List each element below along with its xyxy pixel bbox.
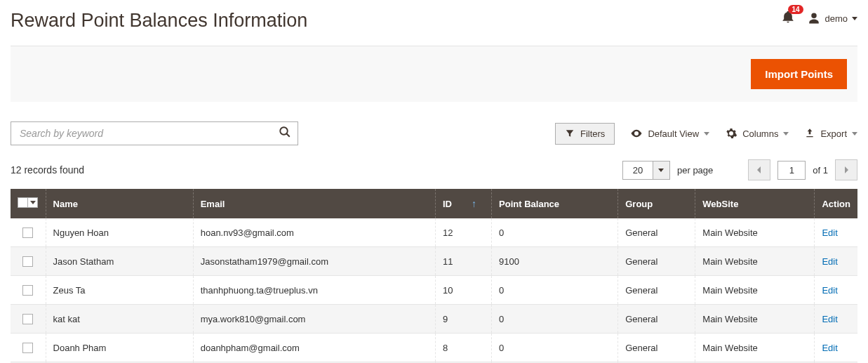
per-page-label: per page <box>677 165 713 176</box>
filters-button[interactable]: Filters <box>555 123 615 145</box>
page-size-input[interactable]: 20 <box>622 161 653 180</box>
search-input[interactable] <box>11 121 298 145</box>
column-header-website[interactable]: WebSite <box>695 189 815 218</box>
column-header-action[interactable]: Action <box>815 189 857 218</box>
gear-icon <box>725 127 737 140</box>
cell-name: Doanh Pham <box>46 334 193 362</box>
export-label: Export <box>820 128 847 139</box>
chevron-down-icon <box>30 201 36 204</box>
funnel-icon <box>565 128 575 138</box>
filters-label: Filters <box>580 128 605 139</box>
cell-website: Main Website <box>695 305 815 334</box>
user-menu[interactable]: demo <box>808 12 857 25</box>
column-header-checkbox[interactable] <box>11 189 46 218</box>
user-icon <box>808 12 820 25</box>
cell-name: Jason Statham <box>46 247 193 276</box>
edit-link[interactable]: Edit <box>822 256 837 267</box>
cell-email: mya.work810@gmail.com <box>193 305 435 334</box>
column-header-id[interactable]: ID↑ <box>436 189 492 218</box>
cell-email: Jasonstatham1979@gmail.com <box>193 247 435 276</box>
row-checkbox[interactable] <box>22 314 33 324</box>
cell-group: General <box>618 305 695 334</box>
notification-badge: 14 <box>788 5 803 14</box>
page-size-dropdown[interactable] <box>653 161 670 180</box>
table-row: Zeus Tathanhphuong.ta@trueplus.vn100Gene… <box>11 276 857 305</box>
cell-website: Main Website <box>695 247 815 276</box>
current-page-input[interactable]: 1 <box>777 161 806 180</box>
columns-label: Columns <box>742 128 778 139</box>
cell-website: Main Website <box>695 218 815 247</box>
edit-link[interactable]: Edit <box>822 343 837 353</box>
column-header-name[interactable]: Name <box>46 189 193 218</box>
records-found-text: 12 records found <box>11 164 84 176</box>
edit-link[interactable]: Edit <box>822 285 837 296</box>
cell-name: kat kat <box>46 305 193 334</box>
eye-icon <box>630 127 643 140</box>
row-checkbox[interactable] <box>22 343 33 353</box>
chevron-right-icon <box>843 166 850 174</box>
table-row: kat katmya.work810@gmail.com90GeneralMai… <box>11 305 857 334</box>
cell-id: 8 <box>436 334 492 362</box>
next-page-button[interactable] <box>835 159 857 180</box>
row-checkbox[interactable] <box>22 256 33 267</box>
cell-email: doanhpham@gmail.com <box>193 334 435 362</box>
cell-name: Nguyen Hoan <box>46 218 193 247</box>
cell-balance: 0 <box>492 218 618 247</box>
user-name: demo <box>824 13 848 24</box>
select-all-checkbox[interactable] <box>18 197 28 208</box>
cell-id: 9 <box>436 305 492 334</box>
default-view-label: Default View <box>648 128 699 139</box>
columns-dropdown[interactable]: Columns <box>725 127 789 140</box>
prev-page-button[interactable] <box>748 159 770 180</box>
notifications-button[interactable]: 14 <box>781 10 795 27</box>
total-pages-label: of 1 <box>813 165 828 176</box>
cell-balance: 0 <box>492 334 618 362</box>
chevron-down-icon <box>658 169 664 172</box>
search-icon[interactable] <box>279 126 291 141</box>
cell-id: 10 <box>436 276 492 305</box>
chevron-down-icon <box>783 132 789 136</box>
cell-email: hoan.nv93@gmail.com <box>193 218 435 247</box>
cell-name: Zeus Ta <box>46 276 193 305</box>
import-points-button[interactable]: Import Points <box>751 59 847 89</box>
select-all-dropdown[interactable] <box>28 197 38 208</box>
page-title: Reward Point Balances Information <box>11 10 307 32</box>
cell-group: General <box>618 218 695 247</box>
default-view-dropdown[interactable]: Default View <box>630 127 709 140</box>
data-grid: Name Email ID↑ Point Balance Group WebSi… <box>11 189 857 363</box>
column-header-email[interactable]: Email <box>193 189 435 218</box>
cell-email: thanhphuong.ta@trueplus.vn <box>193 276 435 305</box>
edit-link[interactable]: Edit <box>822 314 837 324</box>
export-icon <box>804 128 815 139</box>
svg-line-1 <box>286 133 290 137</box>
cell-group: General <box>618 334 695 362</box>
cell-group: General <box>618 247 695 276</box>
row-checkbox[interactable] <box>22 285 33 296</box>
export-dropdown[interactable]: Export <box>804 128 857 139</box>
chevron-left-icon <box>756 166 763 174</box>
sort-ascending-icon: ↑ <box>472 198 476 209</box>
chevron-down-icon <box>704 132 709 136</box>
table-row: Nguyen Hoanhoan.nv93@gmail.com120General… <box>11 218 857 247</box>
cell-website: Main Website <box>695 276 815 305</box>
table-row: Jason StathamJasonstatham1979@gmail.com1… <box>11 247 857 276</box>
cell-balance: 0 <box>492 276 618 305</box>
cell-balance: 0 <box>492 305 618 334</box>
row-checkbox[interactable] <box>22 227 33 238</box>
svg-point-0 <box>280 127 288 135</box>
chevron-down-icon <box>852 17 857 20</box>
cell-group: General <box>618 276 695 305</box>
edit-link[interactable]: Edit <box>822 227 837 238</box>
chevron-down-icon <box>852 132 857 136</box>
cell-id: 12 <box>436 218 492 247</box>
cell-website: Main Website <box>695 334 815 362</box>
cell-id: 11 <box>436 247 492 276</box>
column-header-group[interactable]: Group <box>618 189 695 218</box>
cell-balance: 9100 <box>492 247 618 276</box>
table-row: Doanh Phamdoanhpham@gmail.com80GeneralMa… <box>11 334 857 362</box>
column-header-point-balance[interactable]: Point Balance <box>492 189 618 218</box>
